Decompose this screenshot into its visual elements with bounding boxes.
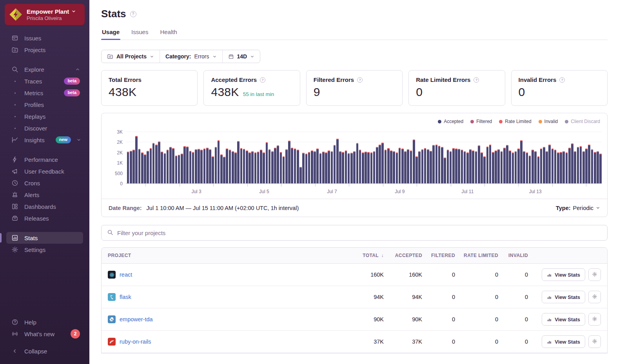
stat-cards: Total Errors438KAccepted Errors?438K55 i… <box>101 70 608 106</box>
chart-bar <box>461 150 463 183</box>
page-title: Stats <box>101 8 126 20</box>
view-stats-button[interactable]: View Stats <box>542 335 585 348</box>
tab-health[interactable]: Health <box>159 29 178 40</box>
bar-chart-icon <box>547 295 552 300</box>
y-axis-label: 3K <box>105 129 123 135</box>
chevron-up-icon <box>75 67 80 72</box>
view-stats-button[interactable]: View Stats <box>542 313 585 326</box>
chart-bar <box>135 136 138 183</box>
beta-badge: beta <box>64 78 80 84</box>
chart-bar <box>138 149 141 183</box>
performance-icon <box>11 156 19 163</box>
type-dropdown[interactable]: Type: Periodic <box>556 205 600 211</box>
project-link[interactable]: ruby-on-rails <box>120 339 151 345</box>
sidebar-item-profiles[interactable]: Profiles <box>6 99 83 110</box>
sidebar-item-replays[interactable]: Replays <box>6 110 83 122</box>
chart-bar <box>432 145 435 183</box>
legend-item-client-discard[interactable]: Client Discard <box>565 119 600 124</box>
sidebar-item-stats[interactable]: Stats <box>6 232 83 244</box>
app-root: Empower Plant Priscila Oliveira IssuesPr… <box>0 0 635 364</box>
chart-footer: Date Range: Jul 1 10:00 AM — Jul 15 11:0… <box>102 199 607 217</box>
chart-bar <box>319 153 322 183</box>
sidebar-item-alerts[interactable]: Alerts <box>6 189 83 201</box>
tab-usage[interactable]: Usage <box>101 29 120 40</box>
sidebar-item-help[interactable]: Help <box>6 316 83 328</box>
project-link[interactable]: empower-tda <box>120 316 153 322</box>
legend-item-rate-limited[interactable]: Rate Limited <box>499 119 531 124</box>
x-axis-label: Jul 13 <box>529 189 542 194</box>
help-icon[interactable]: ? <box>559 77 565 83</box>
org-text: Empower Plant Priscila Oliveira <box>27 8 76 21</box>
chart-bar <box>450 151 452 183</box>
legend-item-invalid[interactable]: Invalid <box>539 119 558 124</box>
column-header-invalid[interactable]: Invalid <box>498 253 528 258</box>
category-dropdown[interactable]: Category: Errors <box>160 50 222 63</box>
chart-bar <box>348 153 350 183</box>
cell-total: 37K <box>341 339 384 345</box>
project-link[interactable]: flask <box>120 294 131 300</box>
chart-bar <box>141 152 143 183</box>
card-value: 0 <box>416 85 423 99</box>
org-switcher[interactable]: Empower Plant Priscila Oliveira <box>5 4 85 25</box>
chart-bar <box>478 145 480 183</box>
project-settings-button[interactable] <box>588 268 601 281</box>
x-axis-tick <box>451 184 451 187</box>
sidebar-item-what-s-new[interactable]: What's new2 <box>6 328 83 340</box>
project-settings-button[interactable] <box>588 335 601 348</box>
help-icon[interactable]: ? <box>357 77 363 83</box>
project-filter-dropdown[interactable]: All Projects <box>102 50 160 63</box>
sidebar-item-label: Stats <box>24 235 38 241</box>
project-link[interactable]: react <box>120 272 132 278</box>
chart-bar <box>183 146 186 183</box>
page-help-icon[interactable]: ? <box>130 11 136 17</box>
sidebar-item-projects[interactable]: Projects <box>6 44 83 56</box>
legend-dot <box>565 120 568 123</box>
legend-item-filtered[interactable]: Filtered <box>470 119 492 124</box>
sidebar-item-discover[interactable]: Discover <box>6 122 83 134</box>
collapse-button[interactable]: Collapse <box>6 345 83 357</box>
view-stats-button[interactable]: View Stats <box>542 268 585 281</box>
sidebar-item-metrics[interactable]: Metricsbeta <box>6 87 83 99</box>
sidebar-item-label: Help <box>24 319 36 326</box>
chart-bar <box>285 149 288 183</box>
search-icon <box>107 229 113 237</box>
column-header-total[interactable]: Total ↓ <box>341 253 384 258</box>
tab-issues[interactable]: Issues <box>131 29 149 40</box>
project-settings-button[interactable] <box>588 313 601 326</box>
chart-bar <box>390 150 392 183</box>
date-range-label: Date Range: <box>109 205 142 211</box>
view-stats-button[interactable]: View Stats <box>542 291 585 303</box>
sidebar-item-issues[interactable]: Issues <box>6 32 83 44</box>
sidebar-item-crons[interactable]: Crons <box>6 177 83 189</box>
sidebar-item-dashboards[interactable]: Dashboards <box>6 201 83 212</box>
sidebar-item-settings[interactable]: Settings <box>6 244 83 255</box>
sidebar-item-explore[interactable]: Explore <box>6 63 83 75</box>
sidebar-item-performance[interactable]: Performance <box>6 154 83 165</box>
legend-item-accepted[interactable]: Accepted <box>438 119 463 124</box>
sidebar-item-user-feedback[interactable]: User Feedback <box>6 165 83 177</box>
chart-bars <box>127 132 602 183</box>
table-header: ProjectTotal ↓AcceptedFilteredRate Limit… <box>102 248 607 264</box>
column-header-filtered[interactable]: Filtered <box>422 253 455 258</box>
view-stats-label: View Stats <box>555 317 580 322</box>
chart-bar <box>246 150 248 183</box>
column-header-accepted[interactable]: Accepted <box>384 253 422 258</box>
chart-bar <box>577 147 579 183</box>
x-axis-label: Jul 9 <box>395 189 405 194</box>
project-search-input[interactable] <box>117 230 602 236</box>
x-axis-label: Jul 11 <box>461 189 474 194</box>
help-icon[interactable]: ? <box>260 77 265 83</box>
column-header-rate-limited[interactable]: Rate Limited <box>455 253 498 258</box>
sidebar-item-releases[interactable]: Releases <box>6 212 83 224</box>
sidebar-item-insights[interactable]: Insightsnew <box>6 134 83 146</box>
sidebar-item-traces[interactable]: Tracesbeta <box>6 75 83 87</box>
date-period-dropdown[interactable]: 14D <box>222 50 260 63</box>
chart-legend: AcceptedFilteredRate LimitedInvalidClien… <box>102 113 607 124</box>
chart-bar <box>331 151 333 183</box>
help-icon[interactable]: ? <box>474 77 479 83</box>
column-header-project[interactable]: Project <box>108 253 341 258</box>
chart-bar <box>492 152 494 183</box>
chevron-down-icon <box>150 54 154 59</box>
project-settings-button[interactable] <box>588 291 601 303</box>
sidebar-item-label: Releases <box>24 215 49 222</box>
